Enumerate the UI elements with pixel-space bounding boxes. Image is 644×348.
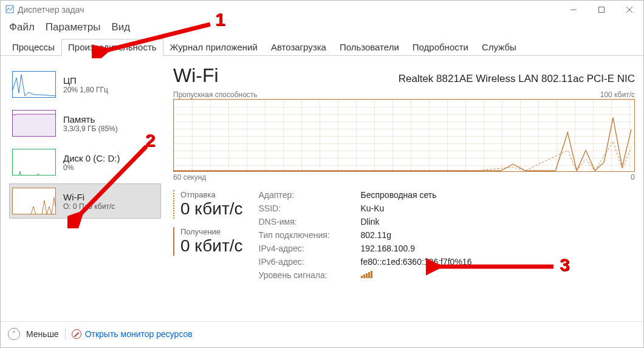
open-resmon-link[interactable]: Открыть монитор ресурсов: [72, 329, 193, 339]
tab-app-history[interactable]: Журнал приложений: [163, 39, 264, 56]
tabstrip: Процессы Производительность Журнал прило…: [1, 38, 643, 56]
disk-sub: 0%: [63, 163, 120, 172]
recv-label: Получение: [180, 227, 243, 236]
prop-type-k: Тип подключения:: [259, 230, 350, 240]
stats-area: Отправка 0 кбит/c Получение 0 кбит/c Ада…: [173, 190, 635, 280]
app-icon: [5, 5, 14, 15]
bottom-bar: ˄ Меньше Открыть монитор ресурсов: [1, 321, 643, 347]
open-resmon-label: Открыть монитор ресурсов: [85, 329, 193, 339]
menu-options[interactable]: Параметры: [46, 21, 101, 33]
prop-ipv4-v: 192.168.100.9: [361, 244, 472, 253]
prop-dns-v: Dlink: [361, 217, 472, 227]
sidebar: ЦП 20% 1,80 ГГц Память 3,3/3,9 ГБ (85%): [9, 64, 161, 321]
prop-dns-k: DNS-имя:: [259, 217, 350, 227]
svg-rect-5: [13, 114, 56, 137]
close-button[interactable]: [615, 1, 643, 19]
tab-startup[interactable]: Автозагрузка: [264, 39, 333, 56]
maximize-button[interactable]: [587, 1, 615, 19]
recv-value: 0 кбит/c: [180, 236, 243, 256]
prop-adapter-k: Адаптер:: [259, 190, 350, 200]
disk-thumb: [12, 149, 56, 176]
task-manager-window: Диспетчер задач Файл Параметры Вид Проце…: [0, 0, 644, 348]
memory-sub: 3,3/3,9 ГБ (85%): [63, 125, 118, 133]
properties: Адаптер: Беспроводная сеть SSID: Ku-Ku D…: [259, 190, 472, 280]
prop-adapter-v: Беспроводная сеть: [361, 190, 472, 200]
tab-performance[interactable]: Производительность: [61, 39, 163, 56]
minimize-button[interactable]: [560, 1, 587, 19]
send-label: Отправка: [180, 190, 243, 199]
send-value: 0 кбит/c: [180, 199, 243, 219]
prop-type-v: 802.11g: [361, 230, 472, 240]
prop-ssid-v: Ku-Ku: [361, 203, 472, 213]
send-rate: Отправка 0 кбит/c: [173, 190, 243, 219]
prop-ipv6-k: IPv6-адрес:: [259, 257, 350, 267]
tab-services[interactable]: Службы: [475, 39, 523, 56]
chart-max: 100 кбит/c: [600, 90, 635, 99]
disk-title: Диск 0 (C: D:): [63, 153, 120, 163]
sidebar-item-memory[interactable]: Память 3,3/3,9 ГБ (85%): [9, 106, 161, 141]
wifi-thumb: [12, 188, 56, 214]
main-panel: Wi-Fi Realtek 8821AE Wireless LAN 802.11…: [173, 64, 635, 321]
cpu-sub: 20% 1,80 ГГц: [63, 86, 108, 94]
cpu-title: ЦП: [63, 75, 108, 86]
memory-title: Память: [63, 114, 118, 125]
signal-bars-icon: [361, 271, 372, 278]
prop-ipv4-k: IPv4-адрес:: [259, 244, 350, 253]
chart-label: Пропускная способность: [173, 90, 258, 99]
fewer-details-button[interactable]: Меньше: [26, 329, 59, 339]
throughput-chart[interactable]: [173, 99, 635, 172]
resmon-icon: [72, 329, 81, 339]
adapter-name: Realtek 8821AE Wireless LAN 802.11ac PCI…: [399, 73, 635, 85]
page-title: Wi-Fi: [173, 64, 219, 87]
body: ЦП 20% 1,80 ГГц Память 3,3/3,9 ГБ (85%): [1, 56, 643, 321]
tab-processes[interactable]: Процессы: [5, 39, 61, 56]
menu-view[interactable]: Вид: [111, 21, 130, 33]
window-title: Диспетчер задач: [18, 5, 84, 15]
recv-rate: Получение 0 кбит/c: [173, 227, 243, 256]
sidebar-item-disk[interactable]: Диск 0 (C: D:) 0%: [9, 145, 161, 180]
chart-xaxis-right: 0: [631, 173, 635, 182]
prop-signal-k: Уровень сигнала:: [259, 270, 350, 280]
separator: [65, 329, 66, 339]
prop-ipv6-v: fe80::c1ed:6360:186:f7f0%16: [361, 257, 472, 267]
prop-ssid-k: SSID:: [259, 203, 350, 213]
tab-details[interactable]: Подробности: [406, 39, 475, 56]
sidebar-item-cpu[interactable]: ЦП 20% 1,80 ГГц: [9, 67, 161, 102]
menubar: Файл Параметры Вид: [1, 19, 643, 38]
chart-xaxis-left: 60 секунд: [173, 173, 206, 182]
chevron-up-icon[interactable]: ˄: [8, 328, 20, 340]
tab-users[interactable]: Пользователи: [333, 39, 406, 56]
cpu-thumb: [12, 71, 56, 98]
svg-rect-2: [599, 7, 605, 13]
wifi-title: Wi-Fi: [63, 192, 115, 202]
menu-file[interactable]: Файл: [9, 21, 35, 33]
titlebar: Диспетчер задач: [1, 1, 643, 19]
wifi-sub: О: 0 П: 0 кбит/с: [63, 202, 115, 211]
prop-signal-v: [361, 270, 472, 280]
sidebar-item-wifi[interactable]: Wi-Fi О: 0 П: 0 кбит/с: [9, 183, 161, 219]
memory-thumb: [12, 110, 56, 137]
window-controls: [560, 1, 643, 19]
